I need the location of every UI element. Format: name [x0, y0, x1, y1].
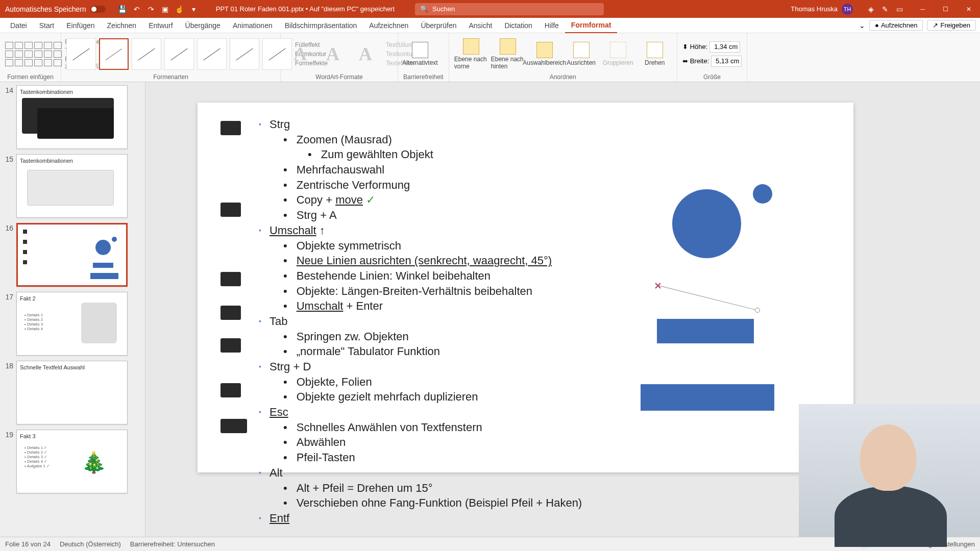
autosave-toggle[interactable]: Automatisches Speichern	[0, 5, 111, 13]
width-input[interactable]	[711, 56, 742, 67]
search-icon: 🔍	[420, 5, 428, 13]
window-controls: ─ ☐ ✕	[911, 0, 980, 18]
key-image	[220, 419, 247, 433]
touch-icon[interactable]: ☝	[175, 5, 184, 14]
slide-counter[interactable]: Folie 16 von 24	[5, 540, 51, 548]
height-icon: ⬍	[682, 43, 688, 51]
send-backward-button[interactable]: Ebene nach hinten	[491, 38, 525, 70]
tab-zeichnen[interactable]: Zeichnen	[101, 18, 143, 33]
shape-rectangle[interactable]	[657, 319, 754, 343]
more-icon[interactable]: ▾	[189, 5, 199, 14]
redo-icon[interactable]: ↷	[146, 5, 156, 14]
tab-ansicht[interactable]: Ansicht	[462, 18, 498, 33]
tab-ueberpruefen[interactable]: Überprüfen	[414, 18, 462, 33]
group-shape-styles: Fülleffekt Formkontur Formeffekte Formen…	[61, 33, 281, 82]
thumb-number: 19	[2, 430, 13, 493]
tab-animationen[interactable]: Animationen	[227, 18, 279, 33]
style-item[interactable]	[197, 38, 227, 70]
save-icon[interactable]: 💾	[118, 5, 127, 14]
slide-thumbnail[interactable]: Fakt 3 🎄 • Details 1 ✓• Details 2 ✓• Det…	[16, 430, 128, 493]
style-item[interactable]	[164, 38, 194, 70]
key-image	[220, 203, 241, 217]
width-label: Breite:	[690, 57, 709, 65]
style-item[interactable]	[262, 38, 292, 70]
tab-formformat[interactable]: Formformat	[565, 18, 618, 33]
forward-icon	[463, 38, 479, 55]
wordart-item[interactable]: A	[351, 40, 380, 68]
search-placeholder: Suchen	[432, 5, 455, 13]
group-label: WordArt-Formate	[286, 72, 393, 81]
shape-circle[interactable]	[672, 189, 741, 258]
autosave-label: Automatisches Speichern	[5, 5, 86, 13]
height-input[interactable]	[709, 41, 740, 53]
undo-icon[interactable]: ↶	[132, 5, 141, 14]
align-button[interactable]: Ausrichten	[565, 42, 598, 66]
rotate-button[interactable]: Drehen	[638, 42, 672, 66]
group-wordart: A A A Textfüllung Textkontur Texteffekte…	[281, 33, 398, 82]
bring-forward-button[interactable]: Ebene nach vorne	[454, 38, 488, 70]
shapes-gallery[interactable]	[5, 42, 62, 66]
tab-einfuegen[interactable]: Einfügen	[60, 18, 101, 33]
thumb-number: 15	[2, 154, 13, 218]
user-account[interactable]: Thomas Hruska TH	[785, 4, 859, 15]
bullet-list[interactable]: StrgZoomen (Mausrad)Zum gewählten Objekt…	[259, 117, 582, 526]
coming-soon-icon[interactable]: ◈	[866, 5, 875, 14]
title-bar: Automatisches Speichern 💾 ↶ ↷ ▣ ☝ ▾ PPT …	[0, 0, 980, 18]
style-item[interactable]	[230, 38, 259, 70]
line-end-handle[interactable]	[755, 308, 760, 313]
minimize-icon[interactable]: ─	[911, 0, 934, 18]
key-image	[220, 383, 241, 397]
slide-thumbnail[interactable]: Tastenkombinationen	[16, 154, 128, 218]
slide-thumbnail[interactable]: Schnelle Textfeld Auswahl	[16, 361, 128, 424]
accessibility-status[interactable]: Barrierefreiheit: Untersuchen	[130, 540, 215, 548]
slide-thumbnail[interactable]: Fakt 2 • Details 1• Details 2• Details 3…	[16, 292, 128, 356]
style-item[interactable]	[132, 38, 161, 70]
height-label: Höhe:	[690, 43, 708, 51]
tab-hilfe[interactable]: Hilfe	[538, 18, 565, 33]
user-name: Thomas Hruska	[791, 5, 838, 13]
backward-icon	[500, 38, 516, 55]
shape-styles-gallery[interactable]	[66, 38, 292, 70]
present-icon[interactable]: ▣	[161, 5, 170, 14]
tab-entwurf[interactable]: Entwurf	[142, 18, 179, 33]
selection-pane-button[interactable]: Auswahlbereich	[528, 42, 561, 66]
selection-icon	[536, 42, 553, 58]
window-icon[interactable]: ▭	[895, 5, 904, 14]
rotate-icon	[647, 42, 663, 58]
shape-rectangle[interactable]	[641, 384, 774, 411]
thumb-number: 16	[2, 223, 13, 287]
alt-text-button[interactable]: Alternativtext	[403, 42, 437, 66]
shape-circle-small[interactable]	[753, 184, 772, 204]
webcam-overlay	[799, 404, 980, 537]
shape-line[interactable]	[658, 285, 757, 310]
record-button[interactable]: ● Aufzeichnen	[869, 20, 923, 31]
tab-uebergaenge[interactable]: Übergänge	[179, 18, 227, 33]
thumb-number: 14	[2, 85, 13, 149]
toggle-icon[interactable]	[90, 6, 106, 13]
tab-dictation[interactable]: Dictation	[498, 18, 538, 33]
slide[interactable]: StrgZoomen (Mausrad)Zum gewählten Objekt…	[198, 103, 853, 472]
thumb-number: 17	[2, 292, 13, 356]
alt-text-icon	[412, 42, 428, 58]
search-box[interactable]: 🔍 Suchen	[415, 3, 604, 15]
style-item[interactable]	[66, 38, 96, 70]
tab-datei[interactable]: Datei	[4, 18, 33, 33]
wordart-item[interactable]: A	[318, 40, 347, 68]
ribbon-tabs: Datei Start Einfügen Zeichnen Entwurf Üb…	[0, 18, 980, 33]
wordart-gallery[interactable]: A A A	[286, 40, 380, 68]
maximize-icon[interactable]: ☐	[934, 0, 957, 18]
slide-thumbnail[interactable]: Tastenkombinationen	[16, 85, 128, 149]
style-item[interactable]	[99, 38, 129, 70]
close-icon[interactable]: ✕	[957, 0, 980, 18]
language-status[interactable]: Deutsch (Österreich)	[60, 540, 121, 548]
tab-start[interactable]: Start	[33, 18, 61, 33]
document-title[interactable]: PPT 01 Roter Faden 001.pptx • Auf "diese…	[206, 5, 405, 13]
collapse-ribbon-icon[interactable]: ⌄	[859, 21, 865, 30]
pen-icon[interactable]: ✎	[880, 5, 890, 14]
tab-aufzeichnen[interactable]: Aufzeichnen	[363, 18, 414, 33]
slide-thumbnail[interactable]	[16, 223, 128, 287]
group-insert-shapes: Form bearbeiten Textfeld Formen zusammen…	[0, 33, 61, 82]
share-button[interactable]: ↗ Freigeben	[927, 20, 976, 31]
tab-bildschirm[interactable]: Bildschirmpräsentation	[279, 18, 363, 33]
slide-thumbnails-panel[interactable]: 14 Tastenkombinationen 15 Tastenkombinat…	[0, 82, 145, 537]
